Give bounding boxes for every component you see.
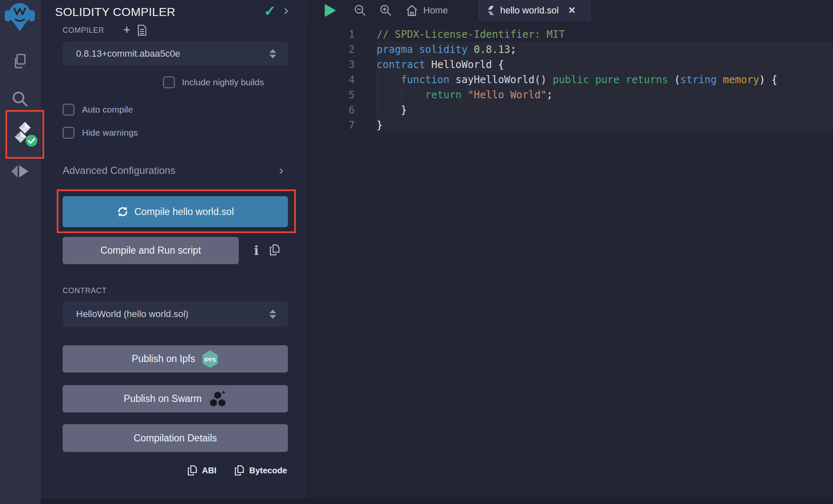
code-token-kw: string (680, 74, 717, 86)
compiler-version-value: 0.8.13+commit.abaa5c0e (76, 48, 180, 59)
publish-swarm-label: Publish on Swarm (124, 393, 201, 404)
code-token-ident: sayHelloWorld() (456, 74, 547, 86)
remix-ide-window: SOLIDITY COMPILER ✓ › COMPILER + 0.8.13+… (0, 0, 833, 504)
code-line[interactable]: contract HelloWorld { (377, 57, 778, 72)
swarm-icon (208, 391, 227, 407)
copy-abi-icon[interactable] (187, 465, 197, 476)
refresh-icon (117, 206, 129, 218)
auto-compile-checkbox[interactable] (63, 104, 74, 116)
compilation-details-button[interactable]: Compilation Details (63, 424, 288, 452)
svg-text:IPFS: IPFS (205, 357, 216, 362)
contract-section-label: CONTRACT (63, 286, 107, 295)
copy-run-script-icon[interactable] (269, 244, 280, 256)
code-token-comment: // SPDX-License-Identifier: MIT (377, 29, 565, 40)
code-token-plain (461, 89, 467, 101)
indent-guide (401, 87, 402, 102)
indent-guide (377, 72, 377, 118)
advanced-configurations-label[interactable]: Advanced Configurations (63, 165, 175, 176)
hide-warnings-label[interactable]: Hide warnings (82, 127, 138, 139)
deploy-run-glyph (11, 163, 29, 180)
line-number: 7 (309, 118, 355, 133)
advanced-chevron-icon[interactable]: › (279, 163, 283, 177)
hide-warnings-checkbox[interactable] (63, 127, 74, 139)
code-token-ident: HelloWorld (431, 59, 492, 71)
compiler-config-file-icon[interactable] (137, 24, 147, 36)
code-token-kw: solidity (419, 44, 468, 55)
code-token-plain (547, 74, 553, 86)
deploy-run-icon[interactable] (11, 162, 30, 181)
code-line[interactable]: function sayHelloWorld() public pure ret… (377, 72, 778, 87)
include-nightly-label[interactable]: Include nightly builds (182, 76, 264, 88)
code-line[interactable]: return "Hello World"; (377, 87, 778, 102)
solidity-file-icon (488, 6, 494, 15)
panel-title: SOLIDITY COMPILER (55, 3, 175, 21)
code-token-kw: contract (377, 59, 425, 71)
copy-glyph (269, 244, 280, 256)
line-number: 1 (309, 27, 355, 42)
search-icon[interactable] (11, 90, 29, 108)
code-token-plain: { (492, 59, 504, 71)
code-token-plain: } (377, 119, 382, 131)
zoom-out-glyph (353, 4, 367, 17)
file-explorer-icon[interactable] (11, 52, 29, 71)
code-editor[interactable]: 1234567 // SPDX-License-Identifier: MITp… (309, 21, 833, 504)
editor-gutter: 1234567 (309, 27, 355, 133)
solidity-compiler-panel: SOLIDITY COMPILER ✓ › COMPILER + 0.8.13+… (41, 0, 308, 504)
file-explorer-glyph (12, 53, 29, 70)
compiler-version-select[interactable]: 0.8.13+commit.abaa5c0e (63, 42, 288, 66)
add-compiler-icon[interactable]: + (123, 23, 131, 37)
code-token-plain (425, 59, 431, 71)
run-script-play-icon[interactable] (324, 0, 336, 21)
code-line[interactable]: // SPDX-License-Identifier: MIT (377, 27, 778, 42)
zoom-in-glyph (379, 4, 393, 17)
auto-compile-label[interactable]: Auto compile (82, 104, 133, 116)
compile-and-run-button[interactable]: Compile and Run script (63, 237, 239, 264)
zoom-in-icon[interactable] (379, 0, 393, 21)
code-content: // SPDX-License-Identifier: MITpragma so… (377, 27, 778, 133)
play-glyph (324, 4, 336, 17)
code-line[interactable]: } (377, 102, 778, 118)
compile-button-label: Compile hello world.sol (134, 206, 234, 218)
panel-chevron-right-icon[interactable]: › (284, 2, 288, 18)
code-token-kw: pragma (377, 44, 413, 55)
contract-select-value: HelloWorld (hello world.sol) (76, 309, 188, 320)
zoom-out-icon[interactable] (353, 0, 367, 21)
include-nightly-checkbox[interactable] (163, 76, 175, 88)
bytecode-label[interactable]: Bytecode (249, 466, 287, 475)
remix-logo-graphic (5, 2, 35, 32)
copy-bytecode-icon[interactable] (234, 465, 244, 476)
compile-button[interactable]: Compile hello world.sol (63, 196, 288, 227)
code-token-plain (377, 74, 401, 86)
publish-ipfs-button[interactable]: Publish on Ipfs IPFS (63, 345, 288, 373)
tab-home-label: Home (423, 5, 448, 16)
remix-logo-icon[interactable] (4, 2, 35, 33)
search-glyph (11, 90, 29, 108)
info-icon[interactable]: i (251, 243, 261, 259)
code-token-plain (468, 44, 474, 55)
code-token-plain (449, 74, 455, 86)
line-number: 6 (309, 102, 355, 118)
code-line[interactable]: pragma solidity 0.8.13; (377, 42, 778, 57)
icon-sidebar (0, 0, 40, 504)
compile-and-run-label: Compile and Run script (100, 245, 201, 256)
tab-file-label: hello world.sol (500, 5, 559, 16)
tab-home[interactable]: Home (401, 0, 452, 21)
code-token-plain: } (377, 104, 407, 116)
line-number: 5 (309, 87, 355, 102)
publish-swarm-button[interactable]: Publish on Swarm (63, 385, 288, 412)
code-token-num: 0.8.13 (474, 44, 510, 55)
code-line[interactable]: } (377, 118, 778, 133)
tab-hello-world-sol[interactable]: hello world.sol ✕ (479, 0, 590, 21)
select-caret-icon (269, 310, 276, 319)
tab-close-icon[interactable]: ✕ (568, 5, 575, 16)
compile-success-badge (25, 134, 38, 147)
bottom-divider (40, 499, 833, 504)
solidity-compiler-icon[interactable] (12, 122, 34, 145)
document-glyph (137, 24, 147, 36)
code-token-plain (717, 74, 722, 86)
code-token-plain: ( (668, 74, 680, 86)
abi-label[interactable]: ABI (202, 466, 216, 475)
contract-select[interactable]: HelloWorld (hello world.sol) (63, 301, 288, 327)
code-token-plain: ) { (759, 74, 777, 86)
abi-bytecode-row: ABI Bytecode (187, 463, 287, 478)
